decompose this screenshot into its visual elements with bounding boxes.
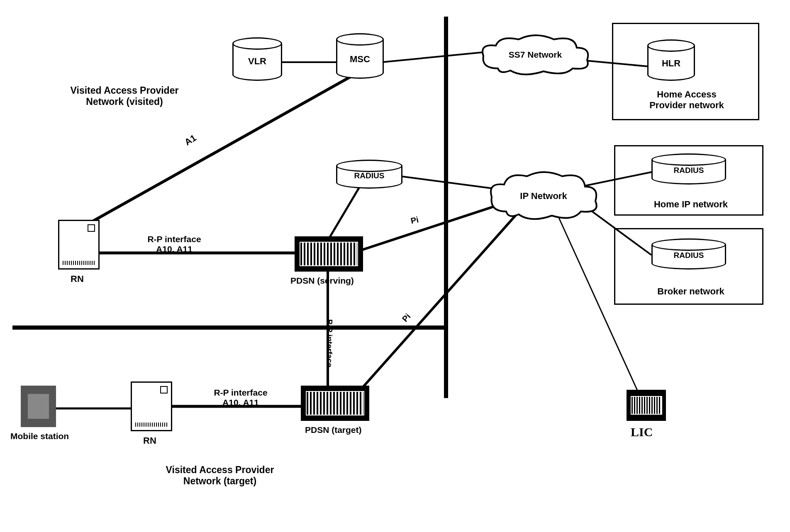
network-diagram: VLR MSC SS7 Network Home Access Provider… [0, 0, 790, 532]
radius-broker-node: RADIUS [651, 238, 726, 251]
pp-link-label: P-P interface [325, 319, 334, 367]
radius-visited-node: RADIUS [336, 160, 402, 172]
mobile-station-label: Mobile station [10, 431, 69, 441]
lic-node [627, 390, 666, 421]
radius-home-ip-label: RADIUS [651, 166, 726, 175]
radius-home-ip-node: RADIUS [651, 153, 726, 166]
vlr-node: VLR [232, 37, 282, 50]
visited-target-label: Visited Access Provider Network (target) [141, 464, 299, 487]
vlr-label: VLR [232, 56, 282, 67]
pdsn-target-node [301, 386, 369, 421]
rn1-label: RN [71, 274, 84, 284]
pdsn-target-label: PDSN (target) [305, 425, 362, 435]
rp2-link-label: R-P interface A10, A11 [193, 388, 288, 408]
svg-line-7 [328, 185, 361, 240]
hlr-label: HLR [647, 58, 695, 69]
ip-cloud: IP Network [485, 170, 602, 224]
rp1-link-label: R-P interface A10, A11 [127, 234, 222, 254]
rn2-label: RN [143, 435, 156, 446]
ip-net-label: IP Network [485, 191, 602, 202]
mobile-station-node [21, 386, 56, 427]
lic-label: LIC [631, 425, 653, 439]
svg-line-14 [357, 207, 523, 394]
radius-visited-label: RADIUS [336, 171, 402, 180]
visited-access-label: Visited Access Provider Network (visited… [52, 85, 197, 107]
broker-label: Broker network [631, 286, 751, 297]
pdsn-serving-label: PDSN (serving) [290, 276, 354, 286]
ss7-label: SS7 Network [477, 50, 593, 60]
hlr-node: HLR [647, 39, 695, 52]
home-access-label: Home Access Provider network [627, 89, 747, 111]
ss7-cloud: SS7 Network [477, 33, 593, 79]
msc-node: MSC [336, 33, 384, 46]
msc-label: MSC [336, 54, 384, 65]
svg-line-3 [382, 52, 488, 62]
rn2-node [131, 381, 172, 431]
rn1-node [58, 220, 100, 270]
radius-broker-label: RADIUS [651, 251, 726, 260]
home-ip-label: Home IP network [624, 199, 757, 210]
pdsn-serving-node [295, 236, 363, 272]
